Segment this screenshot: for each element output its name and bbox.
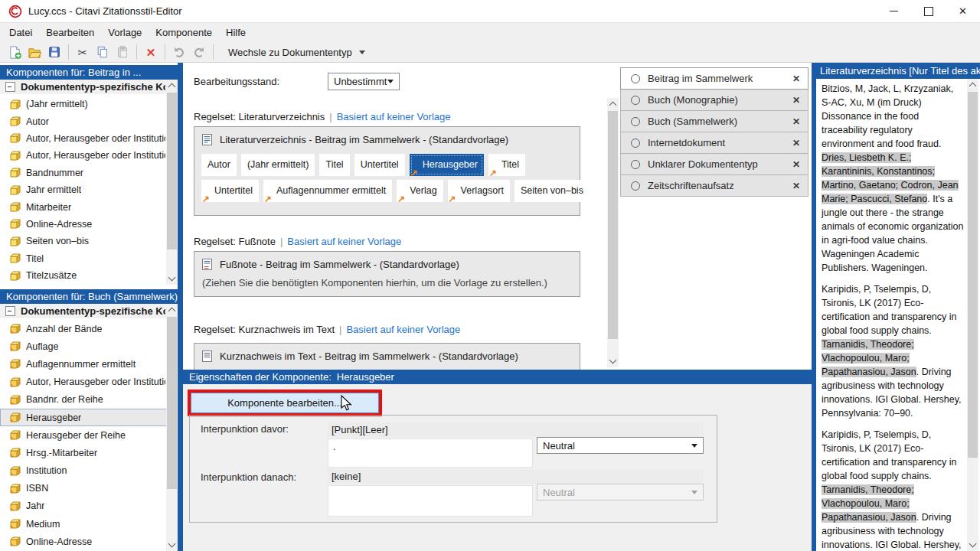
preview-text: Bitzios, M, Jack, L, Krzyzaniak, S-AC, X… — [821, 79, 966, 551]
sidebar-component-item[interactable]: Jahr ermittelt — [0, 181, 178, 198]
scrollbar[interactable] — [967, 79, 978, 551]
sidebar-component-item[interactable]: Bandnr. der Reihe — [0, 391, 178, 409]
close-button[interactable]: ✕ — [946, 0, 980, 22]
based-on-template-link[interactable]: Basiert auf keiner Vorlage — [337, 111, 451, 122]
component-chip[interactable]: ↗(Jahr ermittelt) — [241, 154, 315, 176]
collapse-icon[interactable] — [5, 306, 15, 316]
sidebar-component-item[interactable]: Autor, Herausgeber oder Institution — [0, 373, 178, 391]
maximize-button[interactable] — [911, 0, 946, 22]
sidebar-component-item[interactable]: Autor, Herausgeber oder Institution... — [0, 147, 178, 164]
undo-button[interactable] — [169, 44, 189, 61]
open-button[interactable] — [24, 44, 44, 61]
component-chip[interactable]: ↗Titel — [319, 154, 349, 176]
component-cube-icon — [10, 185, 21, 195]
close-tab-icon[interactable]: ✕ — [792, 181, 800, 191]
component-chip[interactable]: ↗Untertitel — [354, 154, 405, 176]
sidebar-component-item[interactable]: Herausgeber der Reihe — [0, 426, 178, 444]
sidebar-component-item[interactable]: Auflage — [0, 337, 178, 355]
component-chip[interactable]: ↗Seiten von–bis — [514, 180, 590, 202]
copy-button[interactable] — [93, 44, 113, 61]
scrollbar-thumb[interactable] — [608, 111, 618, 339]
scrollbar[interactable] — [166, 80, 178, 285]
sidebar-component-item[interactable]: Mitarbeiter — [0, 198, 178, 215]
sidebar-component-item[interactable]: Autor, Herausgeber oder Institution — [0, 130, 178, 147]
menu-item[interactable]: Komponente — [149, 24, 219, 41]
template-box-intext[interactable]: Kurznachweis im Text - Beitrag im Sammel… — [194, 343, 580, 370]
sidebar-component-item[interactable]: Anzahl der Bände — [0, 320, 178, 337]
punctuation-after-input[interactable] — [328, 485, 533, 517]
component-chip[interactable]: ↗Verlagsort — [448, 180, 510, 202]
menu-item[interactable]: Bearbeiten — [39, 24, 101, 41]
close-tab-icon[interactable]: ✕ — [792, 95, 800, 106]
sidebar-component-item[interactable]: Medium — [0, 515, 178, 533]
redo-button[interactable] — [189, 44, 209, 61]
menu-item[interactable]: Datei — [2, 24, 39, 41]
sidebar-component-item[interactable]: ISBN — [0, 480, 178, 497]
sidebar-component-item[interactable]: Online-Adresse — [0, 216, 178, 233]
scroll-down-icon[interactable] — [607, 355, 619, 367]
component-chip[interactable]: ↗Untertitel — [201, 180, 259, 202]
close-tab-icon[interactable]: ✕ — [792, 138, 800, 148]
component-chip[interactable]: ↗Autor — [201, 154, 237, 176]
collapse-icon[interactable] — [5, 82, 15, 92]
sidebar-component-item[interactable]: (Jahr ermittelt) — [0, 96, 178, 112]
sidebar-component-item[interactable]: Titelzusätze — [0, 267, 178, 284]
punctuation-after-dropdown: Neutral — [537, 484, 704, 500]
scrollbar[interactable] — [607, 98, 619, 367]
scroll-up-icon[interactable] — [967, 79, 978, 91]
scroll-up-icon[interactable] — [607, 98, 619, 110]
tree-group-header[interactable]: Dokumententyp-spezifische Ko... — [0, 80, 178, 94]
scroll-down-icon[interactable] — [166, 539, 178, 551]
cut-button[interactable]: ✂ — [73, 44, 93, 61]
pane-divider[interactable] — [178, 63, 183, 551]
minimize-button[interactable] — [877, 0, 911, 22]
punctuation-before-dropdown[interactable]: Neutral — [537, 437, 704, 454]
sidebar-component-item[interactable]: Herausgeber — [0, 409, 178, 426]
paste-button[interactable] — [113, 44, 132, 61]
template-box-bibliography[interactable]: Literaturverzeichnis - Beitrag im Sammel… — [194, 126, 580, 216]
component-chip[interactable]: ↗Verlag — [397, 180, 443, 202]
menu-item[interactable]: Hilfe — [219, 24, 253, 41]
switch-doctype-dropdown[interactable]: Wechsle zu Dokumententyp — [217, 44, 374, 61]
sidebar-component-item[interactable]: Seiten von–bis — [0, 233, 178, 249]
scroll-down-icon[interactable] — [166, 272, 178, 285]
sidebar-component-item[interactable]: Hrsg.-Mitarbeiter — [0, 444, 178, 461]
close-tab-icon[interactable]: ✕ — [792, 159, 800, 170]
based-on-template-link[interactable]: Basiert auf keiner Vorlage — [287, 236, 401, 247]
doctype-tab[interactable]: Buch (Monographie) ✕ — [620, 89, 808, 111]
scrollbar-thumb[interactable] — [167, 317, 177, 489]
component-cube-icon — [10, 341, 21, 351]
doctype-tab[interactable]: Beitrag im Sammelwerk ✕ — [620, 67, 808, 90]
component-chip[interactable]: ↗Herausgeber — [410, 154, 484, 176]
doctype-tab[interactable]: Zeitschriftenaufsatz ✕ — [620, 174, 808, 197]
component-chip[interactable]: ↗Auflagennummer ermittelt — [263, 180, 392, 202]
scrollbar[interactable] — [166, 304, 178, 551]
doctype-tab[interactable]: Unklarer Dokumententyp ✕ — [620, 153, 808, 175]
scroll-up-icon[interactable] — [166, 80, 178, 92]
delete-button[interactable]: ✕ — [141, 44, 161, 61]
scroll-up-icon[interactable] — [166, 304, 178, 316]
close-tab-icon[interactable]: ✕ — [792, 73, 800, 84]
punctuation-before-input[interactable]: . — [328, 439, 533, 468]
bearbeitungsstand-dropdown[interactable]: Unbestimmt — [328, 73, 400, 90]
sidebar-component-item[interactable]: Jahr — [0, 497, 178, 515]
component-chip[interactable]: ↗Titel — [488, 154, 525, 176]
new-style-button[interactable] — [5, 44, 24, 61]
menu-item[interactable]: Vorlage — [101, 24, 149, 41]
based-on-template-link[interactable]: Basiert auf keiner Vorlage — [346, 324, 460, 335]
close-tab-icon[interactable]: ✕ — [792, 116, 800, 127]
template-box-footnote[interactable]: Fußnote - Beitrag im Sammelwerk - (Stand… — [194, 251, 580, 297]
doctype-tab[interactable]: Buch (Sammelwerk) ✕ — [620, 110, 808, 132]
sidebar-component-item[interactable]: Auflagennummer ermittelt — [0, 355, 178, 373]
scroll-down-icon[interactable] — [967, 539, 978, 551]
save-button[interactable] — [44, 44, 64, 61]
scrollbar-thumb[interactable] — [968, 92, 978, 458]
sidebar-component-item[interactable]: Bandnummer — [0, 165, 178, 181]
sidebar-component-item[interactable]: Autor — [0, 112, 178, 129]
sidebar-component-item[interactable]: Institution — [0, 462, 178, 480]
scrollbar-thumb[interactable] — [167, 93, 177, 249]
sidebar-component-item[interactable]: Titel — [0, 250, 178, 267]
tree-group-header[interactable]: Dokumententyp-spezifische Ko... — [0, 304, 178, 318]
sidebar-component-item[interactable]: Online-Adresse — [0, 533, 178, 550]
doctype-tab[interactable]: Internetdokument ✕ — [620, 132, 808, 154]
